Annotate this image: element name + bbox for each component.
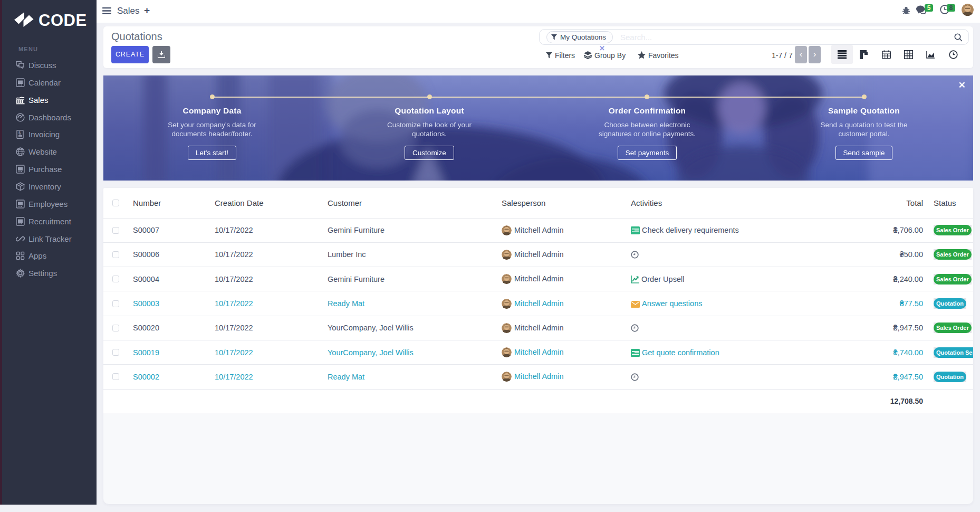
svg-text:$: $	[18, 131, 21, 135]
